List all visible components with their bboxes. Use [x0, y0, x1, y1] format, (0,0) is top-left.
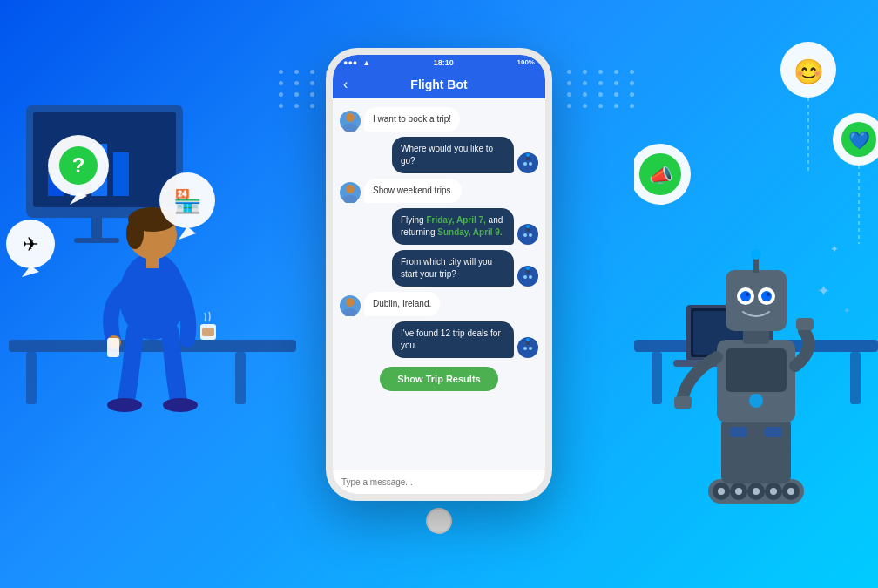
- svg-point-48: [770, 488, 777, 495]
- svg-rect-52: [765, 427, 782, 437]
- bot-message-2: Flying Friday, April 7, and returning Su…: [392, 208, 514, 245]
- svg-rect-57: [726, 270, 787, 331]
- user-avatar: [340, 111, 361, 132]
- svg-point-103: [523, 347, 527, 350]
- bot-avatar: [517, 337, 538, 358]
- user-avatar: [340, 295, 361, 316]
- svg-rect-6: [91, 218, 102, 240]
- svg-point-96: [523, 275, 527, 279]
- svg-point-88: [346, 185, 355, 193]
- svg-point-94: [526, 225, 530, 228]
- svg-text:✦: ✦: [843, 306, 850, 315]
- message-row: From which city will you start your trip…: [340, 250, 538, 287]
- svg-point-45: [718, 488, 725, 495]
- svg-point-49: [787, 488, 794, 495]
- svg-point-63: [767, 293, 770, 296]
- svg-text:✦: ✦: [817, 282, 830, 300]
- message-input[interactable]: [341, 477, 537, 487]
- date-highlight-1: Friday, April 7,: [426, 215, 485, 225]
- svg-point-60: [740, 291, 751, 301]
- svg-point-101: [343, 308, 357, 316]
- svg-point-61: [761, 291, 772, 301]
- svg-rect-10: [235, 352, 246, 404]
- svg-point-87: [526, 153, 530, 157]
- user-message-3: Dublin, Ireland.: [364, 292, 440, 316]
- signal-indicators: ●●● ▲: [343, 58, 370, 67]
- svg-rect-54: [726, 348, 787, 392]
- status-bar: ●●● ▲ 18:10 100%: [333, 55, 545, 71]
- message-row: I want to book a trip!: [340, 107, 538, 132]
- svg-rect-8: [9, 340, 296, 352]
- bot-message-4: I've found 12 trip deals for you.: [392, 321, 514, 358]
- svg-point-99: [526, 267, 530, 270]
- svg-point-62: [746, 293, 749, 296]
- svg-point-92: [529, 233, 532, 237]
- svg-point-100: [346, 298, 355, 307]
- bot-avatar: [517, 152, 538, 173]
- svg-point-106: [526, 338, 530, 341]
- bot-avatar: [517, 266, 538, 287]
- svg-point-89: [343, 195, 357, 203]
- svg-rect-66: [674, 396, 692, 409]
- user-message-1: I want to book a trip!: [364, 107, 460, 132]
- svg-point-19: [163, 398, 198, 412]
- message-row: I've found 12 trip deals for you.: [340, 321, 538, 358]
- svg-rect-9: [26, 352, 37, 404]
- signal-dots: ●●●: [343, 58, 357, 67]
- svg-rect-83: [522, 159, 534, 170]
- message-row: Show weekend trips.: [340, 179, 538, 203]
- svg-marker-31: [179, 226, 196, 240]
- chat-title: Flight Bot: [410, 78, 467, 91]
- bot-message-1: Where would you like to go?: [392, 137, 514, 173]
- left-scene: ? ✈ 🏪: [0, 0, 305, 588]
- right-scene: ✦ ✦ ✦ 😊 💙 📣: [634, 0, 878, 588]
- svg-rect-95: [522, 273, 534, 283]
- bot-message-3: From which city will you start your trip…: [392, 250, 514, 287]
- status-time: 18:10: [434, 58, 454, 67]
- svg-rect-102: [522, 344, 534, 355]
- cta-row: Show Trip Results: [340, 367, 538, 391]
- svg-rect-90: [522, 231, 534, 241]
- date-highlight-2: Sunday, April 9.: [437, 227, 502, 237]
- svg-point-82: [343, 124, 357, 132]
- svg-point-55: [749, 394, 763, 408]
- svg-rect-67: [796, 318, 814, 330]
- chat-area: I want to book a trip! Where would you l…: [333, 98, 545, 470]
- svg-text:📣: 📣: [649, 164, 673, 187]
- message-row: Flying Friday, April 7, and returning Su…: [340, 208, 538, 245]
- svg-text:🏪: 🏪: [173, 187, 202, 215]
- chat-input-area: [333, 470, 545, 494]
- svg-rect-5: [113, 152, 129, 196]
- svg-point-65: [751, 249, 761, 260]
- svg-rect-34: [850, 352, 861, 404]
- svg-rect-33: [652, 352, 662, 404]
- svg-point-14: [126, 218, 144, 249]
- svg-text:✦: ✦: [830, 243, 839, 255]
- message-row: Where would you like to go?: [340, 137, 538, 173]
- battery-indicator: 100%: [517, 58, 535, 66]
- svg-point-85: [529, 162, 532, 166]
- wifi-icon: ▲: [362, 58, 370, 67]
- svg-text:💙: 💙: [848, 130, 870, 151]
- svg-text:😊: 😊: [794, 57, 824, 86]
- phone-home-button[interactable]: [426, 508, 452, 534]
- svg-rect-21: [202, 328, 214, 336]
- svg-point-18: [107, 398, 142, 412]
- svg-rect-7: [74, 238, 119, 243]
- back-button[interactable]: ‹: [343, 77, 348, 92]
- svg-point-84: [523, 162, 527, 166]
- user-message-2: Show weekend trips.: [364, 179, 462, 203]
- svg-point-97: [529, 275, 532, 279]
- svg-rect-15: [146, 255, 159, 268]
- phone: ●●● ▲ 18:10 100% ‹ Flight Bot I want to …: [326, 48, 552, 541]
- svg-text:?: ?: [72, 153, 85, 177]
- svg-text:✈: ✈: [23, 233, 38, 255]
- svg-point-81: [346, 113, 355, 122]
- svg-rect-51: [730, 427, 747, 437]
- bot-avatar: [517, 224, 538, 245]
- dot-grid-right: [567, 70, 638, 108]
- user-avatar: [340, 182, 361, 203]
- show-trip-results-button[interactable]: Show Trip Results: [380, 367, 497, 391]
- chat-header: ‹ Flight Bot: [333, 71, 545, 98]
- svg-rect-17: [107, 338, 119, 357]
